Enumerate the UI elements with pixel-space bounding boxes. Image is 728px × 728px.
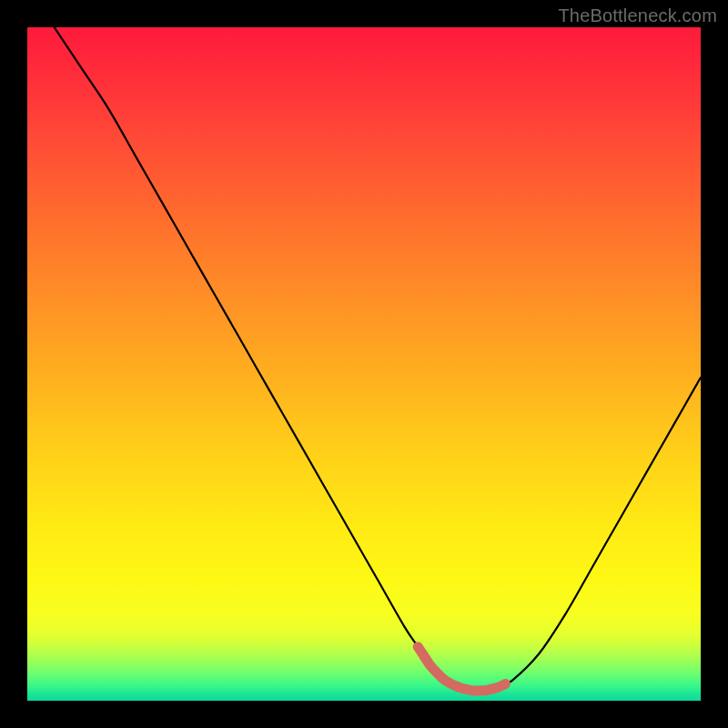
curve-path (55, 27, 701, 691)
highlight-path (418, 647, 505, 691)
bottleneck-curve (55, 27, 701, 691)
curve-layer (27, 27, 701, 701)
chart-frame: TheBottleneck.com (0, 0, 728, 728)
watermark-text: TheBottleneck.com (558, 5, 717, 26)
optimal-range-highlight (418, 647, 505, 691)
plot-area (27, 27, 701, 701)
